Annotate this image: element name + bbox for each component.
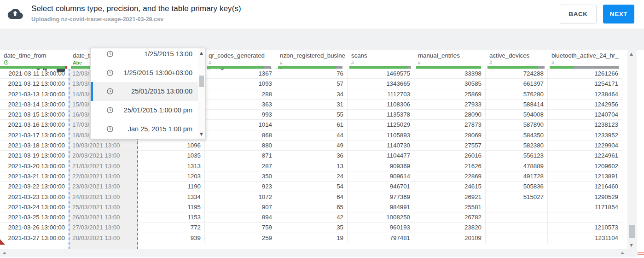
table-cell[interactable]: 61 bbox=[276, 120, 348, 129]
table-cell[interactable]: 923 bbox=[205, 182, 276, 191]
table-cell[interactable]: 868 bbox=[205, 130, 276, 140]
table-cell[interactable]: 23/03/2021 13:00 bbox=[69, 182, 138, 191]
table-cell[interactable]: 26016 bbox=[414, 151, 486, 160]
dropdown-scroll-up-icon[interactable]: ▲ bbox=[200, 51, 203, 55]
table-cell[interactable]: 2021-03-11 13:00:00 bbox=[0, 69, 69, 78]
table-cell[interactable]: 515027 bbox=[486, 192, 548, 202]
table-cell[interactable]: 594008 bbox=[486, 110, 548, 119]
table-cell[interactable]: 363 bbox=[205, 100, 276, 109]
table-cell[interactable]: 759 bbox=[205, 223, 276, 232]
table-cell[interactable]: 1140730 bbox=[348, 141, 414, 150]
table-cell[interactable]: 1135378 bbox=[348, 110, 414, 119]
table-cell[interactable]: 55 bbox=[276, 110, 348, 119]
table-cell[interactable]: 1367 bbox=[205, 69, 276, 78]
dropdown-option[interactable]: Jan 25, 2015 1:00 pm bbox=[91, 120, 198, 139]
column-header[interactable]: qr_codes_generated# bbox=[205, 50, 276, 66]
table-cell[interactable]: 24615 bbox=[414, 182, 486, 191]
table-cell[interactable]: 21/03/2021 13:00 bbox=[69, 161, 138, 171]
table-cell[interactable]: 25869 bbox=[414, 89, 486, 99]
table-cell[interactable]: 64 bbox=[276, 192, 348, 202]
table-cell[interactable]: 1213891 bbox=[548, 171, 622, 181]
table-cell[interactable]: 24 bbox=[276, 171, 348, 181]
table-cell[interactable]: 26/03/2021 13:00 bbox=[69, 212, 138, 222]
horizontal-scrollbar[interactable]: ◄ ► bbox=[0, 249, 638, 257]
table-cell[interactable]: 2021-03-15 13:00:00 bbox=[0, 110, 69, 119]
table-cell[interactable]: 1231104 bbox=[548, 233, 622, 243]
table-cell[interactable]: 350 bbox=[205, 171, 276, 181]
table-cell[interactable]: 576280 bbox=[486, 89, 548, 99]
table-cell[interactable]: 30585 bbox=[414, 79, 486, 88]
scroll-down-icon[interactable]: ▼ bbox=[630, 243, 633, 247]
table-cell[interactable]: 1229904 bbox=[548, 141, 622, 150]
table-cell[interactable]: 1125029 bbox=[348, 120, 414, 129]
table-cell[interactable]: 909614 bbox=[348, 171, 414, 181]
table-cell[interactable]: 28/03/2021 13:00 bbox=[69, 233, 138, 243]
table-cell[interactable]: 19/03/2021 13:00 bbox=[69, 141, 138, 150]
table-cell[interactable]: 2021-03-12 13:00:00 bbox=[0, 79, 69, 88]
table-cell[interactable]: 1105893 bbox=[348, 130, 414, 140]
table-cell[interactable]: 1343665 bbox=[348, 79, 414, 88]
table-cell[interactable]: 1334 bbox=[138, 192, 205, 202]
table-cell[interactable]: 491728 bbox=[486, 171, 548, 181]
table-cell[interactable]: 49 bbox=[276, 141, 348, 150]
vertical-scrollbar[interactable]: ▲ ▼ bbox=[627, 50, 637, 249]
table-cell[interactable]: 1008250 bbox=[348, 212, 414, 222]
table-cell[interactable]: 1171854 bbox=[548, 202, 622, 212]
table-cell[interactable]: 1104477 bbox=[348, 151, 414, 160]
table-cell[interactable] bbox=[548, 212, 622, 222]
table-cell[interactable]: 1112703 bbox=[348, 89, 414, 99]
table-cell[interactable]: 1096 bbox=[138, 141, 205, 150]
table-cell[interactable]: 287 bbox=[205, 161, 276, 171]
table-cell[interactable]: 871 bbox=[205, 151, 276, 160]
table-cell[interactable]: 724288 bbox=[486, 69, 548, 78]
table-cell[interactable]: 907 bbox=[205, 202, 276, 212]
table-cell[interactable]: 24/03/2021 13:00 bbox=[69, 192, 138, 202]
table-cell[interactable]: 797481 bbox=[348, 233, 414, 243]
table-cell[interactable]: 28090 bbox=[414, 110, 486, 119]
table-cell[interactable]: 909369 bbox=[348, 161, 414, 171]
table-cell[interactable]: 2021-03-13 13:00:00 bbox=[0, 89, 69, 99]
table-cell[interactable]: 2021-03-17 13:00:00 bbox=[0, 130, 69, 140]
table-cell[interactable]: 1014 bbox=[205, 120, 276, 129]
table-cell[interactable]: 23820 bbox=[414, 223, 486, 232]
table-cell[interactable]: 2021-03-19 13:00:00 bbox=[0, 151, 69, 160]
scroll-left-icon[interactable]: ◄ bbox=[2, 251, 6, 255]
table-cell[interactable]: 20109 bbox=[414, 233, 486, 243]
scroll-right-icon[interactable]: ► bbox=[621, 251, 625, 255]
next-button[interactable]: NEXT bbox=[603, 5, 634, 23]
table-cell[interactable]: 946701 bbox=[348, 182, 414, 191]
table-cell[interactable]: 1190 bbox=[138, 182, 205, 191]
table-cell[interactable]: 42 bbox=[276, 212, 348, 222]
table-cell[interactable]: 27557 bbox=[414, 141, 486, 150]
dropdown-option[interactable]: 25/01/2015 13:00:00 bbox=[91, 82, 198, 101]
table-cell[interactable] bbox=[486, 223, 548, 232]
table-cell[interactable]: 259 bbox=[205, 233, 276, 243]
table-cell[interactable]: 1224961 bbox=[548, 151, 622, 160]
table-cell[interactable]: 22/03/2021 13:00 bbox=[69, 171, 138, 181]
table-cell[interactable]: 1242956 bbox=[548, 100, 622, 109]
table-cell[interactable]: 894 bbox=[205, 212, 276, 222]
dropdown-option[interactable]: 25/01/2015 1:00:00 pm bbox=[91, 101, 198, 120]
table-cell[interactable]: 2021-03-25 13:00:00 bbox=[0, 212, 69, 222]
table-cell[interactable]: 27873 bbox=[414, 120, 486, 129]
table-cell[interactable] bbox=[486, 233, 548, 243]
table-cell[interactable]: 505836 bbox=[486, 182, 548, 191]
table-cell[interactable]: 57 bbox=[276, 79, 348, 88]
table-cell[interactable]: 21626 bbox=[414, 161, 486, 171]
table-cell[interactable]: 1108306 bbox=[348, 100, 414, 109]
table-cell[interactable]: 1216460 bbox=[548, 182, 622, 191]
table-cell[interactable]: 1254171 bbox=[548, 79, 622, 88]
column-header[interactable]: bluetooth_active_24_hr_# bbox=[548, 50, 622, 66]
table-cell[interactable]: 478889 bbox=[486, 161, 548, 171]
table-cell[interactable]: 44 bbox=[276, 130, 348, 140]
table-cell[interactable]: 54 bbox=[276, 182, 348, 191]
scroll-up-icon[interactable]: ▲ bbox=[630, 52, 633, 56]
table-cell[interactable]: 1238123 bbox=[548, 120, 622, 129]
table-cell[interactable]: 33398 bbox=[414, 69, 486, 78]
dropdown-option[interactable]: 1/25/2015 13:00+03:00 bbox=[91, 64, 198, 82]
column-header[interactable]: manual_entries# bbox=[414, 50, 486, 66]
back-button[interactable]: BACK bbox=[560, 5, 597, 23]
table-cell[interactable]: 26782 bbox=[414, 212, 486, 222]
table-cell[interactable]: 22869 bbox=[414, 171, 486, 181]
table-cell[interactable]: 977369 bbox=[348, 192, 414, 202]
